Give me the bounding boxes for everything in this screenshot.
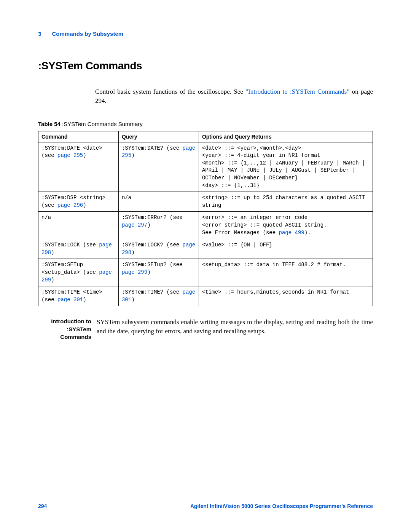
opts-cell: <string> ::= up to 254 characters as a q… xyxy=(199,192,373,212)
page-link[interactable]: page 301 xyxy=(57,297,83,303)
page-link[interactable]: page 499 xyxy=(279,230,304,236)
table-row: :SYSTem:TIME <time> (see page 301) :SYST… xyxy=(38,286,373,306)
intro-link[interactable]: "Introduction to :SYSTem Commands" xyxy=(245,88,349,95)
intro-paragraph: Control basic system functions of the os… xyxy=(95,87,373,105)
side-label: Introduction to :SYSTem Commands xyxy=(38,318,97,341)
cmd-cell: :SYSTem:LOCK (see page 298) xyxy=(38,239,119,259)
intro-side-block: Introduction to :SYSTem Commands SYSTem … xyxy=(38,318,373,341)
header-options: Options and Query Returns xyxy=(199,131,373,142)
cmd-cell: :SYSTem:DATE <date> (see page 295) xyxy=(38,142,119,192)
opts-cell: <value> ::= {ON | OFF} xyxy=(199,239,373,259)
page-link[interactable]: page 297 xyxy=(122,222,147,228)
query-cell: :SYSTem:DATE? (see page 295) xyxy=(118,142,199,192)
opts-cell: <date> ::= <year>,<month>,<day> <year> :… xyxy=(199,142,373,192)
page-link[interactable]: page 299 xyxy=(122,269,147,275)
page-link[interactable]: page 295 xyxy=(57,152,83,158)
page: 3 Commands by Subsystem :SYSTem Commands… xyxy=(0,0,411,532)
cmd-cell: n/a xyxy=(38,212,119,239)
table-row: n/a :SYSTem:ERRor? (see page 297) <error… xyxy=(38,212,373,239)
table-header-row: Command Query Options and Query Returns xyxy=(38,131,373,142)
query-cell: :SYSTem:SETup? (see page 299) xyxy=(118,259,199,286)
table-row: :SYSTem:SETup <setup_data> (see page 299… xyxy=(38,259,373,286)
query-cell: :SYSTem:ERRor? (see page 297) xyxy=(118,212,199,239)
cmd-cell: :SYSTem:SETup <setup_data> (see page 299… xyxy=(38,259,119,286)
section-title: :SYSTem Commands xyxy=(38,60,373,72)
header-command: Command xyxy=(38,131,119,142)
intro-pre: Control basic system functions of the os… xyxy=(95,88,245,95)
opts-cell: <time> ::= hours,minutes,seconds in NR1 … xyxy=(199,286,373,306)
table-caption-label: Table 54 xyxy=(38,121,61,127)
cmd-cell: :SYSTem:DSP <string> (see page 296) xyxy=(38,192,119,212)
chapter-title: Commands by Subsystem xyxy=(52,30,124,37)
commands-table: Command Query Options and Query Returns … xyxy=(38,131,373,307)
cmd-cell: :SYSTem:TIME <time> (see page 301) xyxy=(38,286,119,306)
footer-reference: Agilent InfiniiVision 5000 Series Oscill… xyxy=(190,503,373,509)
query-cell: :SYSTem:LOCK? (see page 298) xyxy=(118,239,199,259)
query-cell: :SYSTem:TIME? (see page 301) xyxy=(118,286,199,306)
table-row: :SYSTem:DSP <string> (see page 296) n/a … xyxy=(38,192,373,212)
page-footer: 294 Agilent InfiniiVision 5000 Series Os… xyxy=(38,503,373,509)
side-body: SYSTem subsystem commands enable writing… xyxy=(97,318,373,341)
query-cell: n/a xyxy=(118,192,199,212)
table-body: :SYSTem:DATE <date> (see page 295) :SYST… xyxy=(38,142,373,306)
table-caption: Table 54 :SYSTem Commands Summary xyxy=(38,121,373,127)
opts-cell: <error> ::= an integer error code <error… xyxy=(199,212,373,239)
table-caption-text: :SYSTem Commands Summary xyxy=(61,121,143,127)
chapter-header: 3 Commands by Subsystem xyxy=(38,30,373,37)
chapter-number: 3 xyxy=(38,30,41,37)
header-query: Query xyxy=(118,131,199,142)
table-row: :SYSTem:LOCK (see page 298) :SYSTem:LOCK… xyxy=(38,239,373,259)
opts-cell: <setup_data> ::= data in IEEE 488.2 # fo… xyxy=(199,259,373,286)
page-link[interactable]: page 296 xyxy=(57,202,83,208)
table-row: :SYSTem:DATE <date> (see page 295) :SYST… xyxy=(38,142,373,192)
footer-page-number: 294 xyxy=(38,503,47,509)
